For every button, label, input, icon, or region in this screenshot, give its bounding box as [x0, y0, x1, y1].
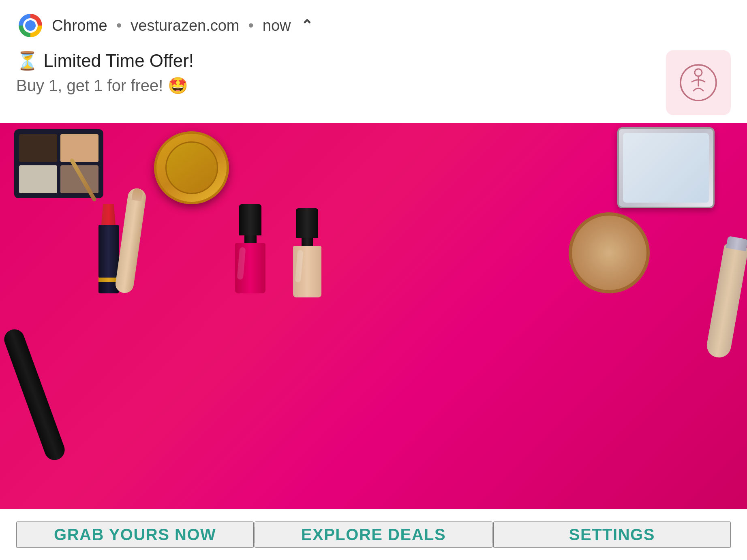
nail-bottle-2: [293, 246, 321, 297]
grab-yours-button[interactable]: GRAB YOURS NOW: [16, 522, 254, 548]
compact-powder-tin: [154, 131, 229, 204]
url-label: vesturazen.com: [131, 17, 239, 34]
nail-polish-red: [235, 204, 265, 293]
nail-neck-2: [302, 238, 313, 246]
dot-separator-1: •: [116, 17, 122, 34]
nail-bottle-1: [235, 243, 265, 293]
product-image-bg: [0, 123, 747, 509]
lipstick-bullet: [100, 204, 118, 225]
palette-cell-1: [19, 134, 57, 162]
powder-puff-sponge: [569, 212, 650, 293]
timestamp-label: now: [263, 17, 291, 34]
lipstick-tube: [98, 225, 119, 278]
notification-top-bar: Chrome • vesturazen.com • now ⌃: [0, 0, 747, 46]
nail-cap-2: [296, 208, 318, 238]
action-bar: GRAB YOURS NOW EXPLORE DEALS SETTINGS: [0, 509, 747, 560]
chevron-up-icon[interactable]: ⌃: [301, 17, 313, 34]
notification-content-row: ⏳ Limited Time Offer! Buy 1, get 1 for f…: [0, 46, 747, 123]
compact-powder-inner: [165, 141, 218, 194]
brand-logo: [666, 50, 731, 115]
foundation-tube: [705, 244, 747, 359]
svg-point-1: [695, 69, 702, 76]
nail-cap-1: [239, 204, 261, 235]
explore-deals-button[interactable]: EXPLORE DEALS: [255, 522, 492, 548]
settings-button[interactable]: SETTINGS: [493, 522, 731, 548]
palette-cell-3: [19, 165, 57, 193]
app-icon-wrapper: [16, 11, 45, 40]
cosmetics-scene: [0, 123, 747, 509]
foundation-cap: [726, 236, 747, 251]
notification-card: Chrome • vesturazen.com • now ⌃ ⏳ Limite…: [0, 0, 747, 560]
mascara-wand: [1, 327, 67, 463]
title-text: Limited Time Offer!: [43, 51, 194, 71]
nail-polish-nude: [292, 208, 322, 297]
nail-neck-1: [244, 235, 257, 243]
notification-text-block: ⏳ Limited Time Offer! Buy 1, get 1 for f…: [16, 50, 194, 96]
compact-mirror: [617, 127, 715, 208]
notification-body: Buy 1, get 1 for free! 🤩: [16, 75, 194, 96]
app-name-label: Chrome: [52, 17, 107, 34]
chrome-icon: [19, 14, 42, 37]
palette-cell-2: [60, 134, 98, 162]
notification-title: ⏳ Limited Time Offer!: [16, 50, 194, 72]
brand-logo-svg: [678, 62, 719, 103]
title-icon: ⏳: [16, 51, 39, 71]
dot-separator-2: •: [248, 17, 254, 34]
concealer-tip: [131, 188, 143, 201]
product-image-banner: [0, 123, 747, 509]
